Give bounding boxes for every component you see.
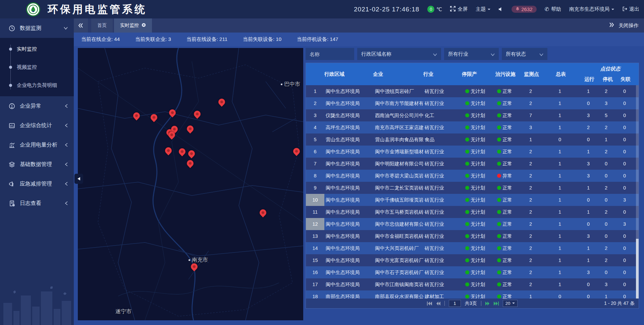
region-filter-select[interactable]: 行政区域名称	[357, 48, 441, 60]
last-page-button[interactable]	[494, 302, 499, 306]
facility-text: 正常	[502, 112, 512, 119]
table-row[interactable]: 15阆中生态环境局阆中市光富页岩机砖厂砖瓦行业无计划正常21120	[306, 254, 639, 266]
cell-region: 阆中生态环境局	[324, 206, 373, 218]
table-row[interactable]: 12阆中生态环境局阆中市忠信建材有限公砖瓦行业无计划正常21003	[306, 218, 639, 230]
table-row[interactable]: 3仪陇生态环境局西南油气田分公司川中化工无计划正常71350	[306, 109, 639, 121]
fullscreen-button[interactable]: 全屏	[450, 6, 468, 12]
bullet-dot-icon	[9, 48, 12, 51]
alarm-count: 2632	[521, 6, 532, 12]
table-row[interactable]: 1阆中生态环境局阆中强锐页岩砖厂砖瓦行业无计划正常21120	[306, 85, 639, 97]
table-row[interactable]: 6阆中生态环境局阆中市金博瑞新型墙材砖瓦行业无计划正常21120	[306, 146, 639, 158]
map-container[interactable]: 巴中市南充市遂宁市	[78, 48, 303, 320]
cell-run-count: 3	[584, 158, 603, 170]
cell-lost-count: 0	[621, 121, 636, 133]
cell-industry: 砖瓦行业	[423, 194, 462, 206]
cell-monitor-count: 2	[524, 254, 556, 266]
tab-home[interactable]: 首页	[91, 18, 113, 33]
cell-company: 阆中大兴页岩机砖厂	[373, 242, 423, 254]
status-dot-green-icon	[465, 113, 469, 117]
sidebar-item-power-usage-analysis[interactable]: 企业用电量分析	[0, 135, 74, 155]
mute-speaker-icon[interactable]	[498, 7, 503, 12]
row-index: 8	[306, 170, 324, 182]
tabs-scroll-right-button[interactable]	[609, 22, 614, 29]
table-scrollbar[interactable]	[636, 85, 639, 299]
logout-button[interactable]: 退出	[622, 6, 639, 12]
cell-monitor-count: 2	[524, 146, 556, 158]
table-row[interactable]: 9阆中生态环境局阆中市二龙长宝页岩砖砖瓦行业无计划正常21120	[306, 182, 639, 194]
row-index: 16	[306, 266, 324, 278]
facility-text: 正常	[502, 161, 512, 167]
first-page-button[interactable]	[427, 302, 432, 306]
cell-stop-plan: 无计划	[462, 218, 495, 230]
org-dropdown[interactable]: 南充市生态环境局	[569, 6, 614, 12]
table-row[interactable]: 11阆中生态环境局阆中市五马桥页岩机砖砖瓦行业无计划正常21120	[306, 206, 639, 218]
status-dot-green-icon	[465, 138, 469, 142]
table-row[interactable]: 8阆中生态环境局阆中市枣碧大梁山页岩砖瓦行业无计划异常21300	[306, 170, 639, 182]
name-filter-input[interactable]	[306, 48, 354, 60]
sidebar: 数据监测实时监控视频监控企业电力负荷明细企业异常企业综合统计企业用电量分析基础数…	[0, 18, 74, 325]
alarm-count-badge[interactable]: 2632	[512, 6, 536, 13]
cell-company: 阆中市石子页岩机砖厂	[373, 266, 423, 278]
sidebar-item-power-load-detail[interactable]: 企业电力负荷明细	[0, 76, 74, 94]
status-filter-select[interactable]: 所有状态	[502, 48, 547, 60]
table-body: 1阆中生态环境局阆中强锐页岩砖厂砖瓦行业无计划正常211202阆中生态环境局阆中…	[306, 85, 639, 299]
cell-industry: 砖瓦行业	[423, 254, 462, 266]
tab-close-icon[interactable]	[142, 23, 146, 28]
table-row[interactable]: 2阆中生态环境局阆中市南方节能建材有砖瓦行业无计划正常21030	[306, 97, 639, 109]
sidebar-item-enterprise-statistics[interactable]: 企业综合统计	[0, 116, 74, 135]
temperature-unit: ℃	[436, 6, 442, 12]
sidebar-item-enterprise-abnormal[interactable]: 企业异常	[0, 96, 74, 116]
cell-monitor-count: 2	[524, 85, 556, 97]
facility-text: 正常	[502, 281, 512, 288]
table-row[interactable]: 13阆中生态环境局阆中市金福旺页岩机砖砖瓦行业无计划正常21300	[306, 230, 639, 242]
sidebar-item-emergency-reduction[interactable]: 应急减排管理	[0, 174, 74, 194]
sidebar-item-log-view[interactable]: 日志查看	[0, 194, 74, 213]
sidebar-item-realtime-monitor[interactable]: 实时监控	[0, 40, 74, 58]
tab-realtime-monitor[interactable]: 实时监控	[114, 18, 152, 33]
next-page-button[interactable]	[485, 302, 490, 306]
tabs-scroll-left-button[interactable]	[74, 18, 88, 33]
sidebar-item-label: 数据监测	[20, 25, 59, 32]
close-operations-button[interactable]: 关闭操作	[619, 22, 639, 29]
sidebar-item-data-monitoring[interactable]: 数据监测	[0, 18, 74, 38]
prev-page-button[interactable]	[436, 302, 440, 306]
help-button[interactable]: ✆ 帮助	[545, 6, 561, 12]
status-dot-green-icon	[497, 282, 501, 286]
table-row[interactable]: 16阆中生态环境局阆中市石子页岩机砖厂砖瓦行业无计划正常21300	[306, 266, 639, 278]
cell-company: 阆中强锐页岩砖厂	[373, 85, 423, 97]
industry-filter-select[interactable]: 所有行业	[444, 48, 499, 60]
cell-monitor-count: 1	[524, 133, 556, 146]
cell-halt-count: 0	[603, 230, 621, 242]
cell-total-meter: 0	[556, 290, 584, 299]
page-number-input[interactable]	[449, 300, 461, 307]
table-row[interactable]: 14阆中生态环境局阆中大兴页岩机砖厂砖瓦行业无计划正常21120	[306, 242, 639, 254]
cell-monitor-count: 1	[524, 290, 556, 299]
cell-region: 阆中生态环境局	[324, 158, 373, 170]
cell-region: 阆中生态环境局	[324, 266, 373, 278]
map-city-label: 南充市	[189, 257, 208, 264]
status-dot-green-icon	[465, 270, 469, 274]
sidebar-item-video-monitor[interactable]: 视频监控	[0, 58, 74, 76]
chevron-left-icon	[65, 143, 68, 147]
facility-text: 正常	[502, 137, 512, 143]
stop-plan-text: 无计划	[471, 161, 485, 167]
cell-total-meter: 1	[556, 146, 584, 158]
chevron-left-icon	[65, 162, 68, 166]
table-row[interactable]: 5营山生态环境局营山县润丰肉食品有限食品无计划正常10010	[306, 133, 639, 146]
scrollbar-thumb[interactable]	[636, 239, 639, 299]
bell-icon	[516, 6, 520, 12]
table-row[interactable]: 7阆中生态环境局阆中明阳建材有限公司砖瓦行业无计划正常21300	[306, 158, 639, 170]
top-header: 环保用电监管系统 2021-02-25 17:46:18 0 ℃ 全屏 主题	[0, 0, 644, 18]
table-row[interactable]: 17阆中生态环境局阆中市江南镇阆南页岩砖瓦行业无计划正常21030	[306, 278, 639, 290]
table-row[interactable]: 10阆中生态环境局阆中千佛镇五郎垭页岩砖瓦行业无计划正常21003	[306, 194, 639, 206]
theme-dropdown[interactable]: 主题	[476, 6, 490, 12]
sidebar-item-base-data-management[interactable]: 基础数据管理	[0, 155, 74, 174]
map-collapse-button[interactable]	[74, 174, 83, 184]
facility-text: 正常	[502, 257, 512, 264]
table-row[interactable]: 18南部生态环境局南部县双化水泥有限公建材加工无计划正常10010	[306, 290, 639, 299]
cell-halt-count: 2	[603, 121, 621, 133]
facility-text: 正常	[502, 197, 512, 203]
stat-label: 当前停机设备:	[297, 36, 330, 42]
table-row[interactable]: 4高坪生态环境局南充市高坪区王家店建砖瓦行业无计划正常31220	[306, 121, 639, 133]
page-size-select[interactable]: 20	[503, 300, 518, 307]
